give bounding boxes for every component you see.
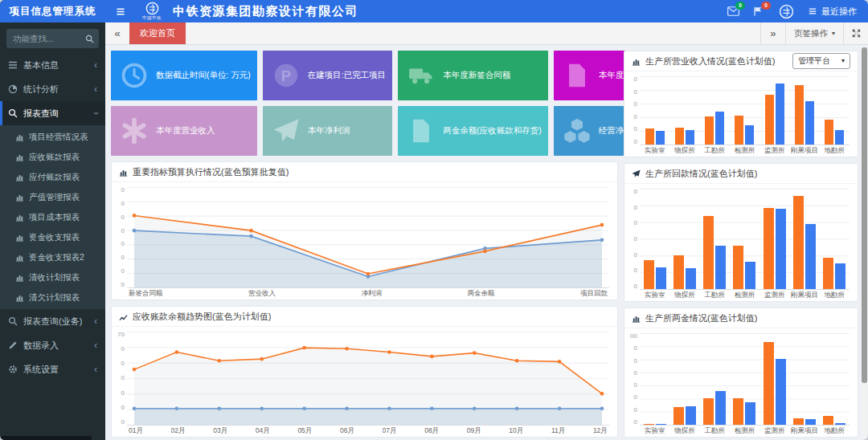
bar[interactable] (715, 112, 724, 145)
scroll-tabs-right-button[interactable]: » (760, 22, 785, 44)
bar[interactable] (645, 128, 654, 145)
bar[interactable] (656, 267, 666, 290)
tab-welcome[interactable]: 欢迎首页 (129, 22, 186, 44)
bar-chart-icon (15, 153, 24, 161)
bar[interactable] (644, 260, 654, 289)
bar[interactable] (745, 262, 755, 289)
bar[interactable] (835, 130, 844, 145)
y-tick-label: 0 (634, 139, 637, 145)
page-scrollbar-thumb[interactable] (862, 47, 867, 383)
bar[interactable] (835, 263, 845, 290)
sidebar-subitem[interactable]: 项目成本报表 (0, 207, 105, 227)
fullscreen-toggle-button[interactable] (843, 22, 868, 44)
search-icon (8, 316, 18, 326)
bar[interactable] (823, 258, 833, 289)
sidebar-item-1[interactable]: 基本信息‹ (0, 53, 105, 77)
bar[interactable] (823, 416, 833, 425)
bar[interactable] (686, 268, 696, 289)
sidebar-item-4[interactable]: 报表查询(业务)‹ (0, 309, 105, 333)
x-axis-label: 物探所 (669, 146, 699, 156)
scroll-tabs-left-button[interactable]: « (105, 22, 129, 44)
search-input[interactable] (6, 29, 80, 48)
tab-bar: « 欢迎首页 » 页签操作 ▾ (105, 22, 868, 45)
y-tick-label: 0 (121, 201, 125, 207)
y-tick-label: 0 (634, 126, 637, 132)
platform-select[interactable]: 管理平台 ▾ (792, 53, 850, 69)
bar[interactable] (733, 398, 743, 425)
bar[interactable] (793, 196, 804, 289)
hamburger-icon[interactable] (115, 7, 126, 16)
list-icon (8, 60, 18, 70)
bar[interactable] (776, 359, 786, 425)
bar[interactable] (795, 85, 804, 145)
bar[interactable] (805, 419, 816, 425)
bar[interactable] (703, 398, 714, 425)
bar-group (760, 189, 789, 289)
sidebar-item-6[interactable]: 系统设置‹ (0, 357, 105, 381)
y-tick-label: 0 (634, 114, 637, 120)
y-tick-label: 0 (121, 214, 125, 221)
bar[interactable] (825, 120, 833, 145)
y-tick-label: 0 (634, 382, 637, 389)
sidebar-subitem[interactable]: 应付账款报表 (0, 167, 105, 187)
sidebar-subitem[interactable]: 资金收支报表 (0, 227, 105, 247)
y-tick-label: 0 (121, 268, 125, 275)
pie-icon (8, 84, 18, 94)
bar[interactable] (674, 255, 684, 290)
bar[interactable] (745, 125, 754, 145)
sidebar-item-3[interactable]: 报表查询‹ (0, 101, 105, 125)
x-axis-label: 05月 (297, 426, 312, 436)
bar[interactable] (776, 84, 784, 145)
bar[interactable] (674, 407, 684, 425)
panel-title: 重要指标预算执行情况(蓝色预算批复值) (133, 166, 289, 178)
bar[interactable] (715, 246, 726, 289)
search-icon[interactable] (80, 29, 99, 48)
bar[interactable] (675, 128, 684, 145)
sidebar-item-2[interactable]: 统计分析‹ (0, 77, 105, 101)
bar[interactable] (703, 216, 714, 289)
sidebar-hscrollbar[interactable] (0, 436, 92, 440)
bar[interactable] (735, 116, 743, 145)
bar[interactable] (686, 406, 696, 425)
clock-icon (121, 62, 148, 89)
sidebar-subitem-label: 资金收支报表2 (29, 252, 84, 263)
bar[interactable] (805, 224, 816, 289)
bar[interactable] (745, 402, 755, 426)
sidebar-subitem[interactable]: 资金收支报表2 (0, 247, 105, 267)
notifications-button[interactable]: 0 (753, 6, 765, 16)
sidebar-subitem[interactable]: 清欠计划报表 (0, 287, 105, 308)
app-title: 项目信息管理系统 (0, 0, 105, 22)
bar[interactable] (644, 424, 654, 425)
bar[interactable] (705, 116, 714, 145)
bar[interactable] (764, 342, 774, 425)
messages-button[interactable]: 0 (727, 6, 739, 16)
bar[interactable] (656, 424, 666, 425)
page-scrollbar[interactable] (862, 46, 867, 438)
bar-group (640, 76, 669, 145)
recent-operations-button[interactable]: 最近操作 (808, 6, 857, 18)
sidebar-item-5[interactable]: 数据录入‹ (0, 333, 105, 357)
bar[interactable] (733, 246, 743, 289)
sidebar-subitem[interactable]: 项目经营情况表 (0, 127, 105, 147)
sidebar-subitem[interactable]: 产值管理报表 (0, 187, 105, 207)
bar[interactable] (764, 208, 774, 289)
x-axis-label: 02月 (171, 426, 186, 436)
tab-operations-dropdown[interactable]: 页签操作 ▾ (785, 22, 843, 44)
tile-label: 本年净利润 (308, 125, 350, 136)
sidebar-subitem-label: 清欠计划报表 (29, 292, 80, 304)
sidebar-subitem[interactable]: 清收计划报表 (0, 267, 105, 287)
chevron-left-icon: ‹ (94, 84, 97, 94)
bar[interactable] (686, 130, 694, 145)
bar[interactable] (715, 391, 726, 425)
company-logo: 中国中铁 (142, 2, 162, 21)
submenu: 项目经营情况表应收账款报表应付账款报表产值管理报表项目成本报表资金收支报表资金收… (0, 125, 105, 309)
bar[interactable] (835, 423, 845, 425)
bar-chart-two-funds: 000000000实验室物探所工勘所检测所监测所刚果项目地勘所 (624, 328, 858, 437)
bar[interactable] (765, 95, 774, 145)
bar[interactable] (805, 101, 814, 145)
bar[interactable] (793, 418, 804, 425)
user-emblem-button[interactable] (779, 4, 794, 19)
bar[interactable] (656, 131, 665, 145)
sidebar-subitem[interactable]: 应收账款报表 (0, 147, 105, 167)
bar[interactable] (776, 209, 786, 289)
